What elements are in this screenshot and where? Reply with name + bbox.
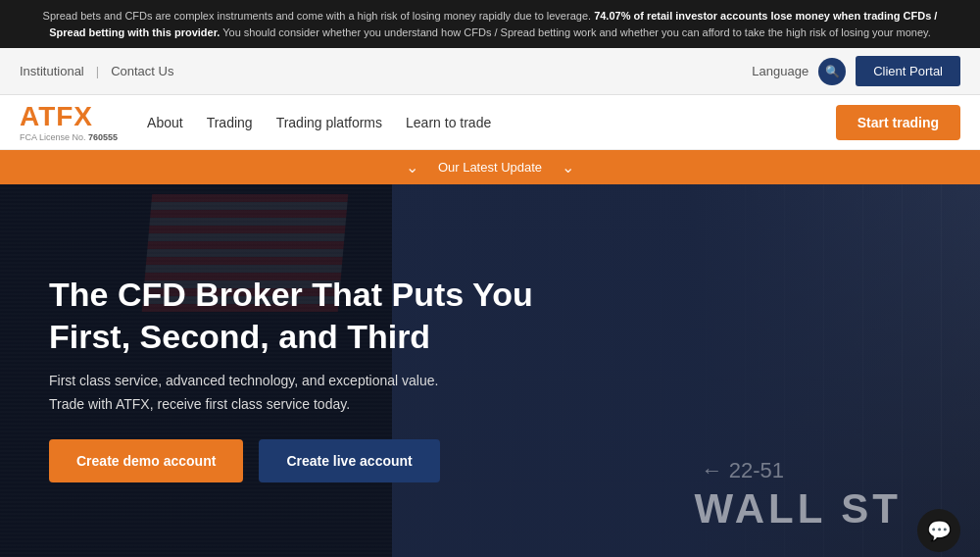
fca-license: FCA License No. 760555	[20, 132, 118, 142]
contact-link[interactable]: Contact Us	[111, 64, 173, 78]
hero-subtitle: First class service, advanced technology…	[49, 373, 461, 388]
chat-button[interactable]: 💬	[917, 509, 960, 552]
create-live-account-button[interactable]: Create live account	[259, 439, 439, 482]
hero-buttons: Create demo account Create live account	[49, 439, 931, 482]
chevron-left-icon: ⌄	[406, 158, 418, 177]
nav-learn-to-trade[interactable]: Learn to trade	[406, 110, 491, 135]
nav-links: About Trading Trading platforms Learn to…	[147, 110, 836, 135]
hero-title: The CFD Broker That Puts You First, Seco…	[49, 274, 559, 357]
hero-content: The CFD Broker That Puts You First, Seco…	[49, 274, 931, 482]
create-demo-account-button[interactable]: Create demo account	[49, 439, 243, 482]
top-nav: Institutional | Contact Us Language 🔍 Cl…	[0, 48, 980, 95]
top-nav-left: Institutional | Contact Us	[20, 64, 742, 78]
start-trading-button[interactable]: Start trading	[836, 105, 960, 140]
language-button[interactable]: Language	[752, 64, 808, 78]
nav-trading[interactable]: Trading	[207, 110, 253, 135]
logo[interactable]: ATFX	[20, 103, 118, 130]
institutional-link[interactable]: Institutional	[20, 64, 84, 78]
top-nav-right: Language 🔍 Client Portal	[752, 56, 960, 86]
wall-street-text: WALL ST	[694, 485, 902, 532]
latest-update-bar[interactable]: ⌄ Our Latest Update ⌄	[0, 150, 980, 184]
nav-divider: |	[96, 64, 99, 78]
search-button[interactable]: 🔍	[818, 58, 846, 85]
risk-banner: Spread bets and CFDs are complex instrum…	[0, 0, 980, 48]
chat-icon: 💬	[927, 519, 952, 542]
main-nav: ATFX FCA License No. 760555 About Tradin…	[0, 95, 980, 150]
hero-section: WALL ST ← 22-51 The CFD Broker That Puts…	[0, 184, 980, 557]
nav-about[interactable]: About	[147, 110, 183, 135]
logo-area: ATFX FCA License No. 760555	[20, 103, 118, 142]
nav-trading-platforms[interactable]: Trading platforms	[276, 110, 382, 135]
search-icon: 🔍	[825, 65, 840, 78]
client-portal-button[interactable]: Client Portal	[856, 56, 960, 86]
risk-text: Spread bets and CFDs are complex instrum…	[43, 10, 938, 38]
latest-update-label: Our Latest Update	[438, 160, 542, 175]
hero-subtitle2: Trade with ATFX, receive first class ser…	[49, 396, 461, 412]
chevron-right-icon: ⌄	[562, 158, 574, 177]
